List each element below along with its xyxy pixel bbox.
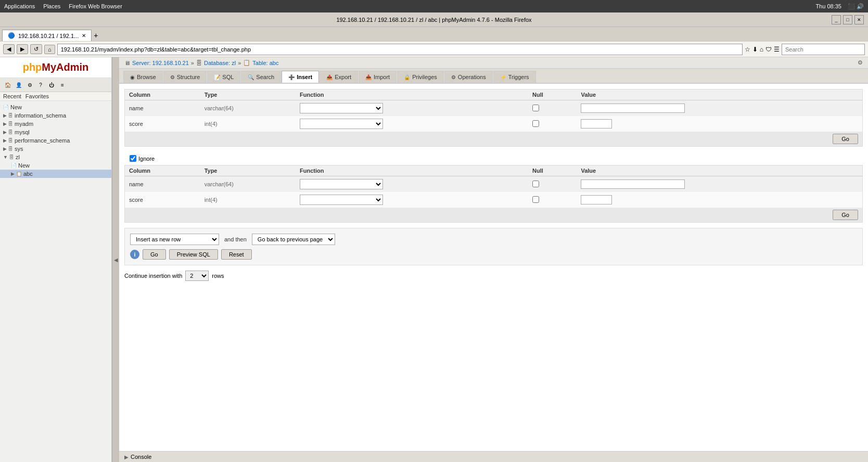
row1-value-input[interactable]: [581, 104, 685, 113]
favorites-tab[interactable]: Favorites: [25, 93, 49, 99]
recent-tab[interactable]: Recent: [3, 93, 21, 99]
sidebar-user-icon[interactable]: 👤: [14, 80, 23, 89]
tree-new-icon: 📄: [11, 163, 17, 168]
home-button[interactable]: ⌂: [44, 45, 55, 54]
tab-structure[interactable]: ⚙ Structure: [163, 71, 207, 83]
sidebar-item-zl[interactable]: ▼ 🗄 zl: [0, 153, 111, 161]
preview-sql-button[interactable]: Preview SQL: [169, 249, 218, 260]
tab-browse[interactable]: ◉ Browse: [123, 71, 163, 83]
back-button[interactable]: ◀: [3, 44, 15, 54]
menu-icon[interactable]: ☰: [774, 46, 780, 53]
row2-col-type: int(4): [200, 116, 296, 132]
sidebar-logout-icon[interactable]: ⏻: [47, 80, 56, 89]
row1-function-select[interactable]: [300, 103, 383, 113]
breadcrumb-table-link[interactable]: Table: abc: [252, 60, 278, 66]
firefox-menu[interactable]: Firefox Web Browser: [69, 3, 122, 9]
minimize-button[interactable]: _: [832, 15, 841, 24]
console-icon: ▶: [124, 454, 129, 460]
row2-function-select[interactable]: [300, 119, 383, 129]
tab-triggers[interactable]: ⚡ Triggers: [493, 71, 536, 83]
sidebar-item-myadm[interactable]: ▶ 🗄 myadm: [0, 120, 111, 128]
help-icon[interactable]: i: [130, 250, 139, 259]
form1-go-button[interactable]: Go: [833, 134, 858, 144]
tree-db-icon2: 🗄: [8, 121, 13, 126]
logo-text: phpMyAdmin: [23, 61, 89, 73]
sidebar-home-icon[interactable]: 🏠: [3, 80, 12, 89]
tab-search[interactable]: 🔍 Search: [241, 71, 281, 83]
breadcrumb-server-link[interactable]: Server: 192.168.10.21: [132, 60, 189, 66]
tab-export[interactable]: 📤 Export: [320, 71, 358, 83]
row4-function-select[interactable]: [300, 195, 383, 205]
tab-sql[interactable]: 📝 SQL: [207, 71, 240, 83]
form2-go-button[interactable]: Go: [833, 210, 858, 220]
download-icon[interactable]: ⬇: [752, 46, 758, 53]
action-go-button[interactable]: Go: [143, 249, 166, 260]
ignore-checkbox[interactable]: [130, 155, 136, 162]
new-tab-button[interactable]: +: [94, 31, 98, 40]
tab-import[interactable]: 📥 Import: [359, 71, 397, 83]
row2-null-checkbox[interactable]: [532, 120, 539, 127]
row1-col-type: varchar(64): [200, 100, 296, 117]
import-icon: 📥: [365, 74, 372, 80]
row3-value-input[interactable]: [581, 179, 685, 189]
tree-expand-icon: ▶: [11, 171, 15, 176]
sidebar-settings-icon[interactable]: ⚙: [25, 80, 34, 89]
sidebar-logo: phpMyAdmin: [0, 57, 111, 78]
url-bar[interactable]: [57, 44, 743, 55]
go-back-select[interactable]: Go back to previous page Go back to brow…: [252, 234, 335, 245]
places-menu[interactable]: Places: [43, 3, 60, 9]
tab-insert[interactable]: ➕ Insert: [282, 71, 319, 83]
reset-button[interactable]: Reset: [221, 249, 252, 260]
console-bar[interactable]: ▶ Console: [119, 451, 868, 462]
tab-bar: 🔵 192.168.10.21 / 192.1... ✕ +: [0, 27, 868, 42]
sidebar-collapse-button[interactable]: ◀: [112, 57, 119, 462]
sidebar-item-sys[interactable]: ▶ 🗄 sys: [0, 145, 111, 153]
breadcrumb-database-link[interactable]: Database: zl: [204, 60, 236, 66]
sidebar-toolbar: 🏠 👤 ⚙ ? ⏻ ≡: [0, 78, 111, 92]
browser-search-input[interactable]: [782, 44, 865, 55]
sidebar-item-new[interactable]: 📄 New: [0, 103, 111, 111]
sidebar-item-abc[interactable]: ▶ 📋 abc: [0, 170, 111, 178]
table-row: score int(4): [125, 116, 862, 132]
sidebar-help-icon[interactable]: ?: [36, 80, 45, 89]
sidebar-item-information-schema[interactable]: ▶ 🗄 information_schema: [0, 111, 111, 120]
sidebar-item-mysql[interactable]: ▶ 🗄 mysql: [0, 128, 111, 136]
row4-value-input[interactable]: [581, 195, 612, 204]
reload-button[interactable]: ↺: [30, 44, 42, 54]
maximize-button[interactable]: □: [843, 15, 852, 24]
tab-operations[interactable]: ⚙ Operations: [444, 71, 493, 83]
close-button[interactable]: ✕: [854, 15, 864, 24]
page-settings-icon[interactable]: ⚙: [858, 59, 863, 66]
applications-menu[interactable]: Applications: [4, 3, 35, 9]
sidebar-recent-fav: Recent Favorites: [0, 92, 111, 101]
tab-close-button[interactable]: ✕: [82, 33, 86, 38]
tree-db-icon: ▶: [3, 138, 7, 143]
breadcrumb-sep2: »: [238, 60, 241, 66]
tree-new-label: New: [18, 162, 30, 169]
shield-icon[interactable]: 🛡: [765, 46, 772, 53]
and-then-label: and then: [224, 236, 247, 242]
row3-function-select[interactable]: [300, 179, 383, 189]
sidebar-item-performance-schema[interactable]: ▶ 🗄 performance_schema: [0, 136, 111, 145]
forward-button[interactable]: ▶: [17, 44, 28, 54]
continue-rows-select[interactable]: 1 2 3 5 10: [185, 271, 209, 281]
os-time: Thu 08:35: [815, 3, 841, 10]
title-bar-buttons: _ □ ✕: [832, 15, 864, 24]
browser-tab[interactable]: 🔵 192.168.10.21 / 192.1... ✕: [2, 30, 92, 41]
row2-value-input[interactable]: [581, 119, 612, 129]
row3-null-checkbox[interactable]: [532, 181, 539, 187]
insert-mode-select[interactable]: Insert as new row Insert as new row and …: [130, 234, 219, 245]
tab-privileges[interactable]: 🔒 Privileges: [397, 71, 444, 83]
continue-label: Continue insertion with: [124, 273, 182, 279]
sidebar-item-zl-new[interactable]: 📄 New: [0, 161, 111, 170]
privileges-icon: 🔒: [404, 74, 410, 80]
tree-table-icon: 📋: [16, 171, 22, 176]
row4-null-checkbox[interactable]: [532, 196, 539, 203]
row1-null-checkbox[interactable]: [532, 105, 539, 111]
row2-col-null: [528, 116, 577, 132]
home-icon[interactable]: ⌂: [760, 46, 763, 53]
table-row: name varchar(64): [125, 100, 862, 117]
sidebar-more-icon[interactable]: ≡: [58, 80, 67, 89]
bookmark-icon[interactable]: ☆: [745, 46, 750, 53]
os-bar-left: Applications Places Firefox Web Browser: [4, 3, 122, 9]
